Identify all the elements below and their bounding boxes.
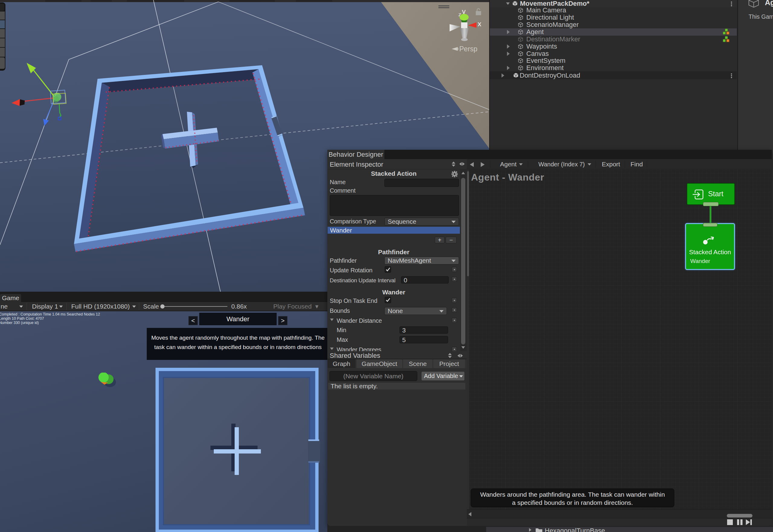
svg-text:Persp: Persp [459,45,477,53]
svg-text:x: x [478,20,481,28]
